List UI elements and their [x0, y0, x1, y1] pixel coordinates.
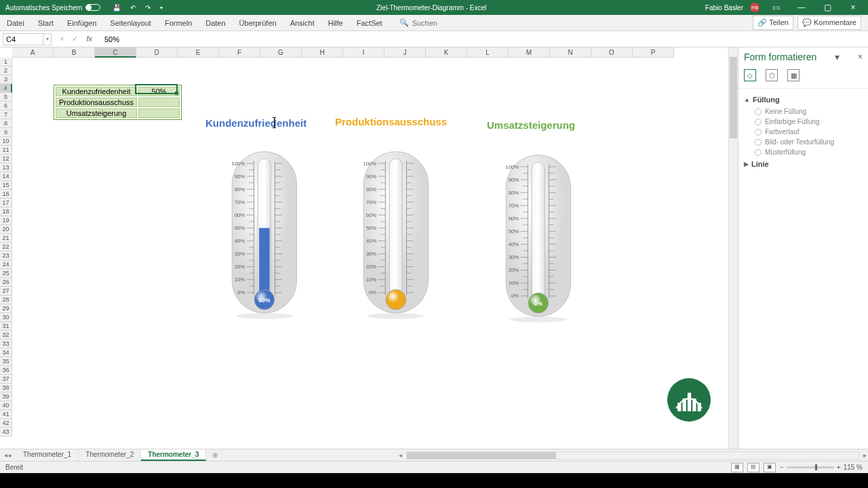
fill-line-tab-icon[interactable]: ◇: [744, 69, 756, 81]
col-header[interactable]: E: [178, 47, 219, 58]
row-header[interactable]: 1: [0, 58, 12, 66]
zoom-slider[interactable]: [787, 466, 834, 468]
sheet-tab[interactable]: Thermometer_2: [79, 449, 141, 461]
vertical-scrollbar[interactable]: [728, 47, 738, 449]
row-header[interactable]: 3: [0, 75, 12, 84]
row-header[interactable]: 6: [0, 102, 12, 110]
fill-option-radio[interactable]: Musterfüllung: [744, 147, 863, 157]
tab-nav-first-icon[interactable]: ◂: [4, 451, 7, 459]
col-header[interactable]: G: [260, 47, 302, 58]
ribbon-tab-ansicht[interactable]: Ansicht: [283, 16, 321, 30]
row-header[interactable]: 30: [0, 313, 12, 322]
row-header[interactable]: 28: [0, 296, 12, 304]
row-header[interactable]: 20: [0, 225, 12, 234]
row-header[interactable]: 25: [0, 269, 12, 278]
row-header[interactable]: 16: [0, 190, 12, 199]
row-header[interactable]: 22: [0, 243, 12, 251]
row-header[interactable]: 14: [0, 172, 12, 181]
row-header[interactable]: 7: [0, 110, 12, 119]
search-box[interactable]: 🔍 Suchen: [399, 18, 437, 27]
col-header[interactable]: C: [95, 47, 136, 58]
ribbon-tab-daten[interactable]: Daten: [199, 16, 232, 30]
col-header[interactable]: F: [219, 47, 260, 58]
row-header[interactable]: 10: [0, 137, 12, 146]
row-header[interactable]: 4: [0, 84, 12, 93]
normal-view-icon[interactable]: ▦: [731, 463, 743, 472]
share-button[interactable]: 🔗 Teilen: [753, 16, 793, 30]
col-header[interactable]: K: [426, 47, 467, 58]
row-header[interactable]: 9: [0, 128, 12, 137]
name-box-dropdown[interactable]: ▾: [43, 33, 52, 45]
chart-title-2[interactable]: Produktionsausschuss: [335, 116, 447, 127]
col-header[interactable]: I: [343, 47, 384, 58]
cancel-formula-icon[interactable]: ×: [60, 35, 64, 43]
col-header[interactable]: M: [509, 47, 550, 58]
row-header[interactable]: 31: [0, 322, 12, 331]
ribbon-tab-einfügen[interactable]: Einfügen: [60, 16, 103, 30]
col-header[interactable]: P: [633, 47, 674, 58]
col-header[interactable]: H: [302, 47, 343, 58]
cell[interactable]: Umsatzsteigerung: [56, 108, 137, 118]
row-header[interactable]: 11: [0, 146, 12, 155]
col-header[interactable]: B: [54, 47, 95, 58]
add-sheet-button[interactable]: ⊕: [209, 451, 221, 459]
row-header[interactable]: 2: [0, 66, 12, 75]
redo-icon[interactable]: ↷: [145, 4, 151, 12]
data-table[interactable]: Kundenzufriedenheit50%Produktionsausschu…: [54, 85, 182, 120]
row-header[interactable]: 21: [0, 234, 12, 243]
ribbon-tab-formeln[interactable]: Formeln: [158, 16, 199, 30]
undo-icon[interactable]: ↶: [130, 4, 136, 12]
chart-title-3[interactable]: Umsatzsteigerung: [487, 119, 575, 131]
thermometer-chart-2[interactable]: 100%90%80%70%60%50%40%30%20%10%0%: [351, 132, 439, 336]
column-headers[interactable]: ABCDEFGHIJKLMNOP: [12, 47, 674, 58]
ribbon-tab-seitenlayout[interactable]: Seitenlayout: [103, 16, 158, 30]
close-icon[interactable]: ×: [844, 3, 863, 12]
toggle-switch[interactable]: [85, 4, 100, 11]
fill-section-toggle[interactable]: ▲Füllung: [744, 93, 863, 106]
row-header[interactable]: 8: [0, 119, 12, 128]
cell[interactable]: [138, 98, 180, 107]
enter-formula-icon[interactable]: ✓: [72, 35, 78, 43]
row-header[interactable]: 24: [0, 260, 12, 269]
formula-input[interactable]: 50%: [100, 35, 868, 43]
line-section-toggle[interactable]: ▶Linie: [744, 157, 863, 171]
row-header[interactable]: 43: [0, 428, 12, 436]
row-header[interactable]: 37: [0, 375, 12, 384]
comments-button[interactable]: 💬 Kommentare: [797, 16, 861, 30]
sheet-tab[interactable]: Thermometer_1: [16, 449, 79, 461]
col-header[interactable]: A: [12, 47, 54, 58]
cells-area[interactable]: Kundenzufriedenheit50%Produktionsausschu…: [12, 58, 738, 449]
cell[interactable]: Produktionsausschuss: [56, 98, 137, 107]
thermometer-chart-3[interactable]: 0%100%90%80%70%60%50%40%30%20%10%0%: [494, 136, 582, 339]
fill-option-radio[interactable]: Bild- oder Texturfüllung: [744, 137, 863, 147]
hscroll-right-icon[interactable]: ▸: [862, 451, 868, 459]
col-header[interactable]: N: [550, 47, 591, 58]
row-header[interactable]: 26: [0, 278, 12, 287]
zoom-in-icon[interactable]: +: [837, 464, 841, 471]
row-header[interactable]: 41: [0, 410, 12, 419]
row-header[interactable]: 39: [0, 392, 12, 401]
col-header[interactable]: D: [136, 47, 178, 58]
cell[interactable]: Kundenzufriedenheit: [56, 87, 137, 96]
name-box[interactable]: C4: [3, 33, 43, 45]
cell[interactable]: [138, 108, 180, 118]
fill-option-radio[interactable]: Einfarbige Füllung: [744, 117, 863, 127]
col-header[interactable]: J: [384, 47, 426, 58]
user-avatar[interactable]: FB: [750, 3, 760, 12]
autosave-toggle[interactable]: Automatisches Speichern: [0, 4, 106, 12]
save-icon[interactable]: 💾: [113, 4, 121, 12]
chart-title-1[interactable]: Kundenzufriedenheit: [205, 117, 307, 129]
size-tab-icon[interactable]: ▦: [787, 69, 800, 81]
minimize-icon[interactable]: —: [792, 3, 811, 12]
worksheet[interactable]: ABCDEFGHIJKLMNOP 12345678910111213141516…: [0, 47, 738, 449]
hscroll-left-icon[interactable]: ◂: [397, 451, 403, 459]
horizontal-scrollbar[interactable]: [406, 451, 859, 460]
row-headers[interactable]: 1234567891011121314151617181920212223242…: [0, 58, 12, 436]
row-header[interactable]: 34: [0, 348, 12, 357]
maximize-icon[interactable]: ▢: [818, 3, 837, 12]
row-header[interactable]: 12: [0, 155, 12, 163]
ribbon-tab-überprüfen[interactable]: Überprüfen: [233, 16, 283, 30]
col-header[interactable]: O: [591, 47, 633, 58]
row-header[interactable]: 18: [0, 207, 12, 216]
row-header[interactable]: 42: [0, 419, 12, 428]
